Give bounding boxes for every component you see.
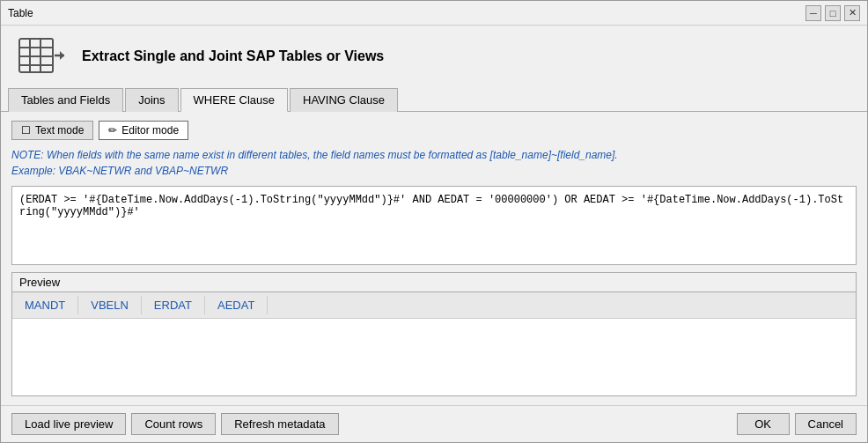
header-title: Extract Single and Joint SAP Tables or V… [82, 48, 384, 64]
tab-where-clause[interactable]: WHERE Clause [180, 88, 288, 112]
table-icon-svg [18, 37, 66, 77]
tabs-bar: Tables and Fields Joins WHERE Clause HAV… [1, 87, 867, 112]
col-aedat: AEDAT [205, 296, 268, 314]
col-vbeln: VBELN [78, 296, 142, 314]
count-rows-button[interactable]: Count rows [131, 413, 216, 435]
refresh-metadata-button[interactable]: Refresh metadata [221, 413, 338, 435]
load-live-preview-button[interactable]: Load live preview [11, 413, 126, 435]
text-mode-icon: ☐ [21, 124, 31, 137]
footer: Load live preview Count rows Refresh met… [1, 405, 867, 442]
footer-right-buttons: OK Cancel [737, 413, 857, 435]
main-window: Table ─ □ ✕ Extract Single and Joint SAP… [0, 0, 868, 443]
tab-tables-and-fields[interactable]: Tables and Fields [8, 88, 123, 112]
cancel-button[interactable]: Cancel [795, 413, 857, 435]
minimize-button[interactable]: ─ [805, 5, 821, 21]
editor-area[interactable]: (ERDAT >= '#{DateTime.Now.AddDays(-1).To… [11, 186, 857, 265]
close-button[interactable]: ✕ [844, 5, 860, 21]
note-text: NOTE: When fields with the same name exi… [11, 147, 857, 179]
preview-table-header: MANDT VBELN ERDAT AEDAT [12, 292, 856, 319]
preview-label: Preview [12, 273, 856, 292]
col-erdat: ERDAT [142, 296, 205, 314]
header-area: Extract Single and Joint SAP Tables or V… [1, 26, 867, 87]
note-line2: Example: VBAK~NETWR and VBAP~NETWR [11, 163, 857, 179]
col-mandt: MANDT [12, 296, 78, 314]
maximize-button[interactable]: □ [825, 5, 841, 21]
text-mode-label: Text mode [35, 124, 84, 137]
window-controls: ─ □ ✕ [805, 5, 860, 21]
svg-marker-7 [60, 51, 64, 60]
app-icon [15, 34, 68, 78]
footer-left-buttons: Load live preview Count rows Refresh met… [11, 413, 339, 435]
window-title: Table [8, 7, 33, 19]
mode-buttons: ☐ Text mode ✏ Editor mode [11, 121, 857, 140]
editor-mode-button[interactable]: ✏ Editor mode [99, 121, 188, 140]
preview-body [12, 319, 856, 389]
ok-button[interactable]: OK [737, 413, 790, 435]
preview-section: Preview MANDT VBELN ERDAT AEDAT [11, 272, 857, 396]
tab-joins[interactable]: Joins [125, 88, 178, 112]
main-content: ☐ Text mode ✏ Editor mode NOTE: When fie… [1, 112, 867, 405]
text-mode-button[interactable]: ☐ Text mode [11, 121, 93, 140]
editor-mode-label: Editor mode [121, 124, 179, 137]
tab-having-clause[interactable]: HAVING Clause [290, 88, 398, 112]
title-bar: Table ─ □ ✕ [1, 1, 867, 26]
note-line1: NOTE: When fields with the same name exi… [11, 147, 857, 163]
editor-mode-icon: ✏ [108, 124, 117, 137]
